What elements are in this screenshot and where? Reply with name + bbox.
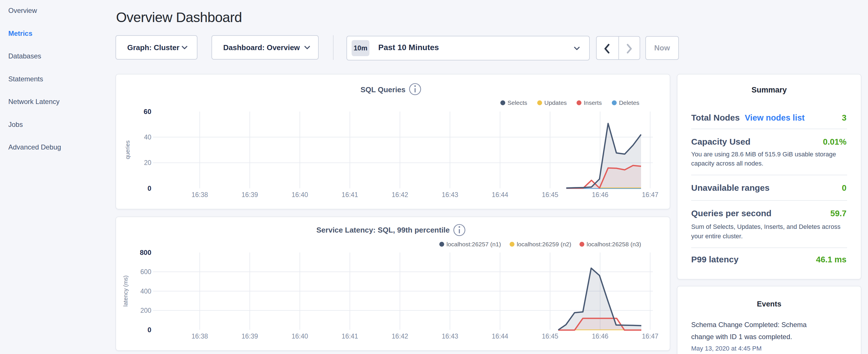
svg-text:16:42: 16:42 (392, 191, 408, 198)
svg-text:16:40: 16:40 (292, 191, 308, 198)
svg-text:16:47: 16:47 (642, 191, 658, 198)
svg-text:latency (ms): latency (ms) (122, 276, 129, 307)
svg-text:SQL Queries: SQL Queries (361, 85, 405, 94)
svg-text:200: 200 (141, 307, 151, 314)
svg-text:16:42: 16:42 (392, 332, 408, 340)
svg-text:Updates: Updates (545, 99, 567, 106)
svg-text:Deletes: Deletes (619, 99, 639, 106)
svg-text:16:41: 16:41 (342, 191, 358, 198)
svg-text:0: 0 (148, 326, 151, 334)
svg-text:16:40: 16:40 (292, 332, 308, 340)
svg-text:16:44: 16:44 (492, 191, 508, 198)
svg-text:16:43: 16:43 (442, 191, 458, 198)
svg-text:16:46: 16:46 (592, 191, 608, 198)
svg-text:localhost:26259 (n2): localhost:26259 (n2) (517, 241, 571, 248)
svg-text:20: 20 (144, 159, 151, 166)
svg-text:400: 400 (141, 288, 151, 295)
svg-text:16:47: 16:47 (642, 332, 658, 340)
svg-text:Selects: Selects (507, 99, 527, 106)
svg-text:0: 0 (148, 185, 151, 192)
svg-text:16:45: 16:45 (542, 191, 559, 198)
svg-text:Inserts: Inserts (584, 99, 602, 106)
svg-text:16:41: 16:41 (342, 332, 358, 340)
svg-text:Service Latency: SQL, 99th per: Service Latency: SQL, 99th percentile (316, 226, 450, 234)
svg-text:600: 600 (141, 268, 151, 276)
svg-text:40: 40 (144, 133, 151, 141)
svg-text:16:46: 16:46 (592, 332, 608, 340)
svg-text:16:38: 16:38 (191, 191, 208, 198)
svg-text:800: 800 (140, 249, 151, 256)
svg-text:16:39: 16:39 (242, 191, 258, 198)
svg-text:localhost:26258 (n3): localhost:26258 (n3) (587, 241, 641, 248)
svg-text:localhost:26257 (n1): localhost:26257 (n1) (446, 241, 501, 248)
svg-text:16:44: 16:44 (492, 332, 508, 340)
svg-text:16:45: 16:45 (542, 332, 559, 340)
svg-text:16:39: 16:39 (242, 332, 258, 340)
svg-text:16:38: 16:38 (191, 332, 208, 340)
svg-text:60: 60 (144, 108, 151, 116)
svg-text:queries: queries (124, 140, 131, 159)
svg-text:16:43: 16:43 (442, 332, 458, 340)
